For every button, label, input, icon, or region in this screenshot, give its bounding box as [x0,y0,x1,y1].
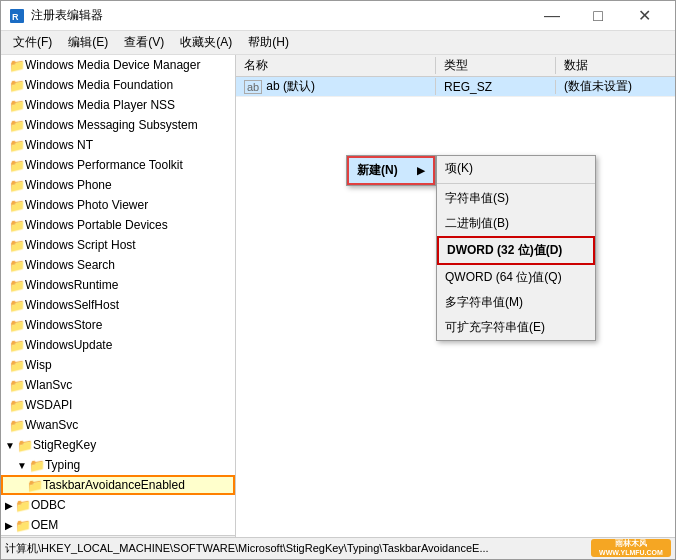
submenu-divider [437,183,595,184]
tree-item-typing[interactable]: ▼ 📁 Typing [1,455,235,475]
menu-bar: 文件(F) 编辑(E) 查看(V) 收藏夹(A) 帮助(H) [1,31,675,55]
app-icon: R [9,8,25,24]
registry-editor-window: R 注册表编辑器 — □ ✕ 文件(F) 编辑(E) 查看(V) 收藏夹(A) … [0,0,676,560]
tree-item-wmdn[interactable]: 📁 Windows Media Device Manager [1,55,235,75]
folder-icon: 📁 [9,338,25,353]
expand-icon: ▼ [5,440,15,451]
svg-text:R: R [12,12,19,22]
submenu-item-string[interactable]: 字符串值(S) [437,186,595,211]
submenu-item-key[interactable]: 项(K) [437,156,595,181]
expand-icon: ▶ [5,500,13,511]
row-type: REG_SZ [436,80,556,94]
col-header-name: 名称 [236,57,436,74]
submenu-item-expandstring[interactable]: 可扩充字符串值(E) [437,315,595,340]
context-menu-container: 新建(N) ▶ 项(K) 字符串值(S) 二进制值(B) DWORD (32 位… [346,155,436,186]
tree-item-wsh[interactable]: 📁 Windows Script Host [1,235,235,255]
folder-icon: 📁 [9,358,25,373]
submenu-item-multistring[interactable]: 多字符串值(M) [437,290,595,315]
tree-item-stigregkey[interactable]: ▼ 📁 StigRegKey [1,435,235,455]
watermark-line2: WWW.YLMFU.COM [599,549,663,557]
tree-item-wstore[interactable]: 📁 WindowsStore [1,315,235,335]
minimize-button[interactable]: — [529,1,575,31]
submenu-item-dword[interactable]: DWORD (32 位)值(D) [437,236,595,265]
tree-item-wmf[interactable]: 📁 Windows Media Foundation [1,75,235,95]
tree-item-taskbar[interactable]: 📁 TaskbarAvoidanceEnabled [1,475,235,495]
folder-icon: 📁 [9,158,25,173]
folder-icon: 📁 [9,398,25,413]
status-path: 计算机\HKEY_LOCAL_MACHINE\SOFTWARE\Microsof… [5,541,489,556]
tree-panel[interactable]: 📁 Windows Media Device Manager 📁 Windows… [1,55,236,537]
close-button[interactable]: ✕ [621,1,667,31]
tree-item-oem[interactable]: ▶ 📁 OEM [1,515,235,535]
maximize-button[interactable]: □ [575,1,621,31]
new-label: 新建(N) [357,162,398,179]
folder-icon: 📁 [9,278,25,293]
tree-item-wmpn[interactable]: 📁 Windows Media Player NSS [1,95,235,115]
folder-icon: 📁 [15,498,31,513]
folder-icon: 📁 [9,258,25,273]
submenu-item-qword[interactable]: QWORD (64 位)值(Q) [437,265,595,290]
col-header-type: 类型 [436,57,556,74]
folder-icon: 📁 [9,418,25,433]
folder-icon: 📁 [17,438,33,453]
tree-item-odbc[interactable]: ▶ 📁 ODBC [1,495,235,515]
watermark-line1: 雨林木风 [599,539,663,549]
tree-item-wpv[interactable]: 📁 Windows Photo Viewer [1,195,235,215]
folder-icon: 📁 [9,318,25,333]
main-area: 📁 Windows Media Device Manager 📁 Windows… [1,55,675,537]
registry-values-panel: 名称 类型 数据 ab ab (默认) REG_SZ (数值未设置) 新建(N)… [236,55,675,537]
tree-item-wsh2[interactable]: 📁 WindowsSelfHost [1,295,235,315]
folder-icon: 📁 [9,118,25,133]
folder-icon: 📁 [29,458,45,473]
menu-file[interactable]: 文件(F) [5,32,60,53]
folder-icon: 📁 [9,138,25,153]
reg-ab-icon: ab [244,80,262,94]
tree-item-wlan[interactable]: 📁 WlanSvc [1,375,235,395]
context-menu-new[interactable]: 新建(N) ▶ [347,156,435,185]
title-controls: — □ ✕ [529,1,667,31]
col-header-data: 数据 [556,57,675,74]
folder-icon: 📁 [9,58,25,73]
folder-icon: 📁 [9,298,25,313]
submenu-item-binary[interactable]: 二进制值(B) [437,211,595,236]
tree-item-wu[interactable]: 📁 WindowsUpdate [1,335,235,355]
table-header: 名称 类型 数据 [236,55,675,77]
submenu-arrow: ▶ [417,165,425,176]
window-title: 注册表编辑器 [31,7,103,24]
tree-item-wp[interactable]: 📁 Windows Phone [1,175,235,195]
title-bar: R 注册表编辑器 — □ ✕ [1,1,675,31]
folder-icon: 📁 [9,198,25,213]
context-submenu: 项(K) 字符串值(S) 二进制值(B) DWORD (32 位)值(D) QW… [436,155,596,341]
tree-item-wrt[interactable]: 📁 WindowsRuntime [1,275,235,295]
tree-item-ws[interactable]: 📁 Windows Search [1,255,235,275]
watermark: 雨林木风 WWW.YLMFU.COM [591,539,671,557]
folder-icon: 📁 [27,478,43,493]
row-data: (数值未设置) [556,78,675,95]
tree-item-wisp[interactable]: 📁 Wisp [1,355,235,375]
folder-icon: 📁 [9,98,25,113]
folder-icon: 📁 [9,218,25,233]
tree-item-wwan[interactable]: 📁 WwanSvc [1,415,235,435]
expand-icon: ▼ [17,460,27,471]
folder-icon: 📁 [15,518,31,533]
expand-icon: ▶ [5,520,13,531]
status-bar: 计算机\HKEY_LOCAL_MACHINE\SOFTWARE\Microsof… [1,537,675,559]
tree-item-wms[interactable]: 📁 Windows Messaging Subsystem [1,115,235,135]
tree-item-wpt[interactable]: 📁 Windows Performance Toolkit [1,155,235,175]
table-row[interactable]: ab ab (默认) REG_SZ (数值未设置) [236,77,675,97]
tree-item-wpd[interactable]: 📁 Windows Portable Devices [1,215,235,235]
menu-edit[interactable]: 编辑(E) [60,32,116,53]
folder-icon: 📁 [9,178,25,193]
tree-item-wnt[interactable]: 📁 Windows NT [1,135,235,155]
menu-favorites[interactable]: 收藏夹(A) [172,32,240,53]
folder-icon: 📁 [9,238,25,253]
tree-item-wsdapi[interactable]: 📁 WSDAPI [1,395,235,415]
folder-icon: 📁 [9,78,25,93]
folder-icon: 📁 [9,378,25,393]
title-bar-left: R 注册表编辑器 [9,7,103,24]
row-name: ab ab (默认) [236,78,436,95]
menu-view[interactable]: 查看(V) [116,32,172,53]
menu-help[interactable]: 帮助(H) [240,32,297,53]
context-menu-main: 新建(N) ▶ [346,155,436,186]
